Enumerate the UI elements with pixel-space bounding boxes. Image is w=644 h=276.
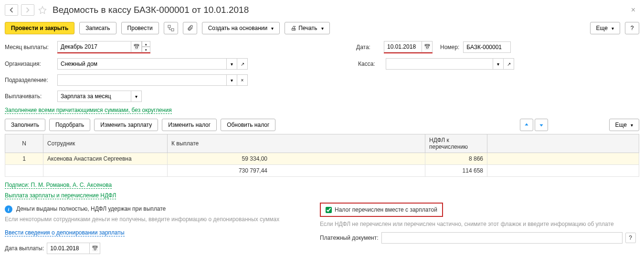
col-n-header: N	[5, 134, 43, 153]
svg-rect-0	[168, 25, 170, 28]
employees-table: N Сотрудник К выплате НДФЛ к перечислени…	[5, 134, 639, 177]
page-title: Ведомость в кассу БАЗК-000001 от 10.01.2…	[53, 5, 249, 15]
move-up-button[interactable]	[520, 119, 533, 131]
post-button[interactable]: Провести	[121, 22, 159, 34]
payment-doc-label: Платежный документ:	[320, 235, 379, 241]
dept-clear-button[interactable]: ×	[237, 74, 248, 86]
dept-label: Подразделение:	[5, 77, 53, 83]
svg-rect-1	[171, 29, 174, 31]
cash-input[interactable]	[386, 58, 493, 70]
payment-ndfl-link[interactable]: Выплата зарплаты и перечисление НДФЛ	[5, 192, 116, 199]
payment-doc-help[interactable]: ?	[625, 233, 636, 243]
table-more-button[interactable]: Еще	[609, 119, 639, 131]
move-down-button[interactable]	[535, 119, 548, 131]
nav-forward-button[interactable]	[21, 4, 34, 16]
print-button[interactable]: Печать	[285, 22, 329, 34]
more-button[interactable]: Еще	[590, 22, 620, 34]
date-calendar-button[interactable]	[422, 41, 433, 52]
tax-transferred-checkbox[interactable]	[326, 207, 332, 213]
signatures-link[interactable]: Подписи: П. М. Романов, А. С. Аксенова	[5, 182, 112, 189]
post-and-close-button[interactable]: Провести и закрыть	[5, 22, 74, 34]
tax-transferred-box: Налог перечислен вместе с зарплатой	[320, 203, 443, 217]
pay-type-input[interactable]	[57, 91, 131, 102]
hint-right: Если НДФЛ не перечислен или перечислен ч…	[320, 221, 639, 227]
deposit-link[interactable]: Ввести сведения о депонировании зарплаты	[5, 229, 125, 236]
month-calendar-button[interactable]	[131, 41, 142, 52]
org-input[interactable]	[57, 58, 227, 70]
month-up-button[interactable]: ▴	[142, 41, 150, 47]
info-icon: i	[5, 205, 12, 213]
number-label: Номер:	[440, 44, 459, 51]
pay-date-calendar-button[interactable]	[90, 243, 100, 254]
number-input[interactable]	[463, 41, 511, 53]
print-icon	[291, 25, 296, 31]
change-salary-button[interactable]: Изменить зарплату	[94, 119, 158, 131]
payment-doc-input[interactable]	[381, 232, 623, 244]
org-label: Организация:	[5, 61, 53, 67]
col-pay-header: К выплате	[168, 134, 425, 153]
cash-label: Касса:	[358, 61, 382, 67]
org-dropdown-button[interactable]: ▾	[227, 58, 237, 70]
pay-date-label: Дата выплаты:	[5, 245, 44, 252]
create-based-button[interactable]: Создать на основании	[202, 22, 280, 34]
nav-back-button[interactable]	[5, 4, 18, 16]
cash-open-button[interactable]: ↗	[504, 58, 514, 70]
pay-type-dropdown-button[interactable]: ▾	[131, 91, 142, 102]
col-ndfl-header: НДФЛ к перечислению	[425, 134, 487, 153]
save-button[interactable]: Записать	[79, 22, 116, 34]
pay-type-label: Выплачивать:	[5, 93, 53, 100]
pay-date-input[interactable]	[47, 243, 90, 254]
hint-left: Если некоторыми сотрудниками деньги не п…	[5, 216, 310, 223]
org-open-button[interactable]: ↗	[237, 58, 248, 70]
date-input[interactable]	[384, 41, 422, 52]
month-down-button[interactable]: ▾	[142, 47, 150, 52]
fill-button[interactable]: Заполнить	[5, 119, 45, 131]
change-tax-button[interactable]: Изменить налог	[162, 119, 217, 131]
col-extra-header	[487, 134, 639, 153]
fill-settings-link[interactable]: Заполнение всеми причитающимися суммами,…	[5, 107, 172, 114]
cash-dropdown-button[interactable]: ▾	[493, 58, 504, 70]
favorite-star-icon[interactable]	[37, 5, 48, 15]
select-button[interactable]: Подобрать	[49, 119, 90, 131]
structure-button[interactable]	[164, 22, 178, 34]
update-tax-button[interactable]: Обновить налог	[221, 119, 275, 131]
close-icon[interactable]: ×	[627, 4, 639, 16]
table-total-row: 730 797,44 114 658	[5, 165, 639, 177]
dept-input[interactable]	[57, 74, 227, 86]
dept-dropdown-button[interactable]: ▾	[227, 74, 237, 86]
date-label: Дата:	[356, 44, 380, 51]
tax-transferred-label: Налог перечислен вместе с зарплатой	[335, 206, 437, 213]
help-button[interactable]: ?	[625, 22, 639, 34]
col-employee-header: Сотрудник	[43, 134, 168, 153]
month-label: Месяц выплаты:	[5, 44, 53, 51]
table-row[interactable]: 1 Аксенова Анастасия Сергеевна 59 334,00…	[5, 153, 639, 165]
attach-button[interactable]	[183, 22, 197, 34]
month-input[interactable]	[57, 41, 131, 52]
info-text: Деньги выданы полностью, НДФЛ удержан пр…	[16, 205, 166, 212]
